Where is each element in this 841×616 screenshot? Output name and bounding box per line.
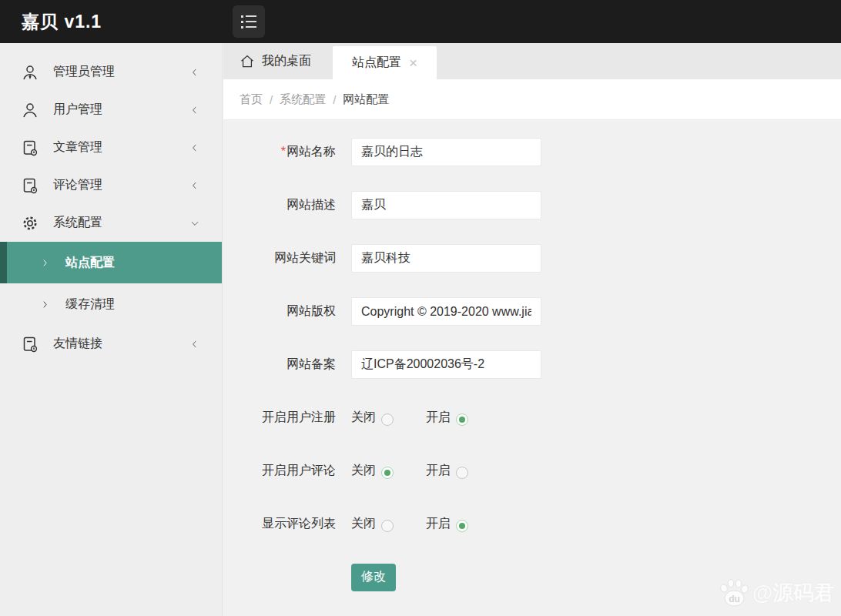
radio-option-label: 关闭: [351, 463, 376, 479]
sidebar-item-label: 评论管理: [53, 177, 102, 193]
chevron-down-icon: [189, 218, 200, 229]
breadcrumb-separator: /: [270, 93, 273, 106]
tab-label: 站点配置: [352, 55, 401, 71]
form-row-site-name: *网站名称: [223, 138, 841, 166]
site-config-form: *网站名称 网站描述 网站关键词 网站版权 网站备案 开启用户注册 关闭: [223, 120, 841, 616]
sidebar-subitem-cache-clear[interactable]: 缓存清理: [0, 283, 222, 325]
tab-bar: 我的桌面 站点配置 ×: [223, 43, 841, 79]
home-icon: [240, 54, 255, 69]
field-label: 开启用户评论: [223, 463, 336, 479]
tab-label: 我的桌面: [262, 53, 311, 69]
field-label: 网站描述: [223, 197, 336, 213]
chevron-left-icon: [189, 180, 200, 191]
required-marker: *: [281, 145, 286, 158]
tab-my-desktop[interactable]: 我的桌面: [223, 43, 327, 79]
form-row-user-comment-toggle: 开启用户评论 关闭 开启: [223, 457, 841, 485]
article-icon: [22, 139, 39, 156]
chevron-right-icon: [40, 300, 50, 310]
sidebar-item-comment-management[interactable]: 评论管理: [0, 166, 222, 204]
chevron-left-icon: [189, 339, 200, 350]
comment-icon: [22, 177, 39, 194]
radio-option-label: 开启: [426, 463, 451, 479]
register-on-radio[interactable]: [456, 413, 468, 426]
comment-on-radio[interactable]: [456, 467, 468, 479]
field-label: 网站备案: [223, 357, 336, 373]
form-row-comment-list-toggle: 显示评论列表 关闭 开启: [223, 510, 841, 538]
comment-list-off-radio[interactable]: [381, 520, 394, 532]
field-label: 开启用户注册: [223, 410, 336, 426]
radio-option-label: 开启: [426, 410, 451, 426]
breadcrumb-home[interactable]: 首页: [240, 92, 263, 107]
sidebar-subitem-label: 站点配置: [65, 255, 115, 271]
radio-option-label: 关闭: [351, 516, 376, 532]
comment-list-on-radio[interactable]: [456, 520, 468, 532]
user-icon: [22, 102, 39, 119]
sidebar-item-label: 管理员管理: [53, 64, 115, 80]
form-row-site-copyright: 网站版权: [223, 297, 841, 326]
gear-icon: [22, 215, 39, 232]
sidebar-item-system-config[interactable]: 系统配置: [0, 204, 222, 242]
sidebar-item-label: 文章管理: [53, 139, 102, 156]
app-title: 嘉贝 v1.1: [22, 0, 102, 43]
radio-option-label: 开启: [426, 516, 451, 532]
field-label: 网站版权: [223, 303, 336, 320]
close-icon[interactable]: ×: [409, 55, 417, 70]
site-keywords-input[interactable]: [351, 244, 541, 273]
sidebar-subitem-site-config[interactable]: 站点配置: [0, 242, 222, 283]
tab-site-config[interactable]: 站点配置 ×: [333, 46, 437, 79]
sidebar-item-label: 系统配置: [53, 215, 102, 231]
top-bar: 嘉贝 v1.1: [0, 0, 841, 43]
form-row-site-description: 网站描述: [223, 191, 841, 219]
site-name-input[interactable]: [351, 138, 541, 166]
form-row-user-register-toggle: 开启用户注册 关闭 开启: [223, 403, 841, 432]
chevron-left-icon: [189, 142, 200, 153]
list-icon: [241, 15, 256, 18]
sidebar-toggle-button[interactable]: [233, 5, 265, 38]
main-area: 我的桌面 站点配置 × 首页 / 系统配置 / 网站配置 *网站名称 网站描述 …: [223, 43, 841, 616]
chevron-left-icon: [189, 105, 200, 116]
register-off-radio[interactable]: [381, 413, 394, 426]
field-label: 网站名称: [286, 145, 336, 158]
sidebar-item-label: 用户管理: [53, 102, 102, 118]
breadcrumb: 首页 / 系统配置 / 网站配置: [223, 79, 841, 120]
breadcrumb-separator: /: [333, 93, 336, 106]
sidebar-item-article-management[interactable]: 文章管理: [0, 129, 222, 166]
form-row-site-keywords: 网站关键词: [223, 244, 841, 273]
sidebar-item-label: 友情链接: [53, 336, 102, 352]
breadcrumb-current: 网站配置: [343, 92, 389, 107]
field-label: 网站关键词: [223, 250, 336, 266]
site-icp-input[interactable]: [351, 350, 541, 379]
comment-off-radio[interactable]: [381, 467, 394, 479]
chevron-right-icon: [40, 258, 50, 268]
form-row-submit: 修改: [223, 563, 841, 591]
breadcrumb-system-config[interactable]: 系统配置: [280, 92, 326, 107]
radio-option-label: 关闭: [351, 410, 376, 426]
form-row-site-icp: 网站备案: [223, 350, 841, 379]
links-icon: [22, 336, 39, 353]
field-label: 显示评论列表: [223, 516, 336, 532]
sidebar-item-admin-management[interactable]: 管理员管理: [0, 53, 222, 91]
sidebar-subitem-label: 缓存清理: [65, 296, 115, 313]
sidebar-item-user-management[interactable]: 用户管理: [0, 91, 222, 129]
sidebar-item-friendly-links[interactable]: 友情链接: [0, 325, 222, 363]
submit-button[interactable]: 修改: [351, 564, 396, 591]
chevron-left-icon: [189, 67, 200, 78]
sidebar: 管理员管理 用户管理 文章管理 评论管理 系统配置 站点配置 缓存清理 友情链接: [0, 43, 223, 616]
site-description-input[interactable]: [351, 191, 541, 219]
admin-icon: [22, 64, 39, 81]
site-copyright-input[interactable]: [351, 297, 541, 326]
